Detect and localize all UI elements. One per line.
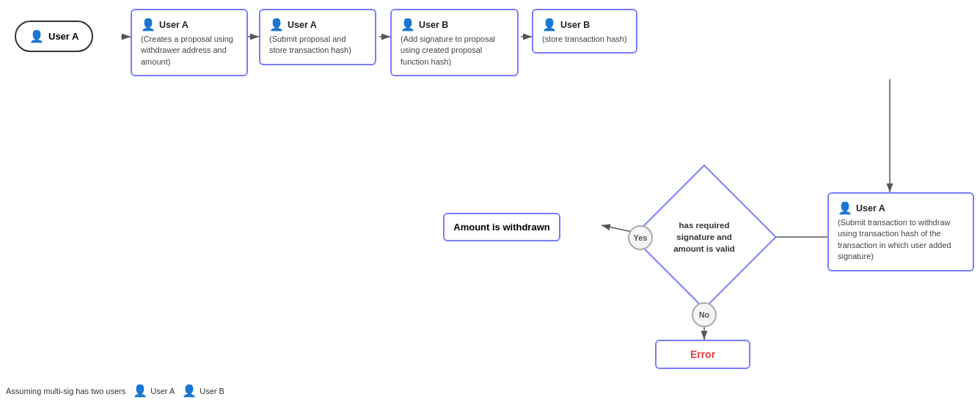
legend-user-a-icon: 👤 bbox=[133, 384, 147, 398]
start-label: User A bbox=[48, 31, 78, 42]
step4-title: 👤 User B bbox=[542, 18, 627, 32]
step5-node: 👤 User A (Submit transaction to withdraw… bbox=[827, 192, 974, 271]
step2-user-icon: 👤 bbox=[269, 18, 284, 32]
legend: Assuming multi-sig has two users 👤 User … bbox=[6, 384, 224, 398]
legend-user-b-icon: 👤 bbox=[182, 384, 197, 398]
step4-body: (store transaction hash) bbox=[542, 34, 627, 45]
step3-user-icon: 👤 bbox=[401, 18, 415, 32]
legend-prefix: Assuming multi-sig has two users bbox=[6, 387, 125, 395]
step5-title: 👤 User A bbox=[838, 201, 964, 215]
step4-node: 👤 User B (store transaction hash) bbox=[532, 9, 637, 54]
error-node: Error bbox=[655, 340, 750, 369]
step5-body: (Submit transaction to withdraw using tr… bbox=[838, 217, 964, 263]
step5-user-icon: 👤 bbox=[838, 201, 852, 215]
step1-title: 👤 User A bbox=[141, 18, 238, 32]
step2-body: (Submit proposal and store transaction h… bbox=[269, 34, 366, 56]
legend-user-a: 👤 User A bbox=[133, 384, 175, 398]
step2-title: 👤 User A bbox=[269, 18, 366, 32]
step2-node: 👤 User A (Submit proposal and store tran… bbox=[259, 9, 376, 65]
step3-body: (Add signature to proposal using created… bbox=[401, 34, 508, 68]
step3-title: 👤 User B bbox=[401, 18, 508, 32]
decision-container: has required signature and amount is val… bbox=[653, 186, 756, 288]
step1-body: (Creates a proposal using withdrawer add… bbox=[141, 34, 238, 68]
step1-user-icon: 👤 bbox=[141, 18, 156, 32]
withdrawn-node: Amount is withdrawn bbox=[443, 213, 560, 241]
legend-user-b: 👤 User B bbox=[182, 384, 224, 398]
diagram-container: 👤 User A 👤 User A (Creates a proposal us… bbox=[0, 0, 980, 405]
yes-label: Yes bbox=[628, 225, 653, 250]
step3-node: 👤 User B (Add signature to proposal usin… bbox=[390, 9, 519, 76]
step4-user-icon: 👤 bbox=[542, 18, 557, 32]
start-node-user-a: 👤 User A bbox=[15, 21, 93, 52]
decision-text: has required signature and amount is val… bbox=[653, 186, 756, 288]
step1-node: 👤 User A (Creates a proposal using withd… bbox=[131, 9, 248, 76]
user-a-icon: 👤 bbox=[29, 29, 44, 43]
no-label: No bbox=[692, 302, 717, 327]
